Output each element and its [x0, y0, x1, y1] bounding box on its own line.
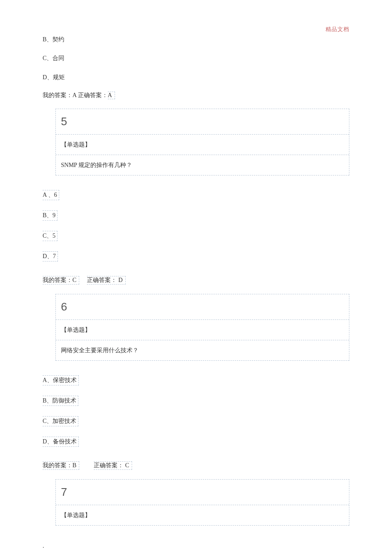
q6-option-c: C、加密技术 — [43, 416, 78, 426]
q5-option-c: C、5 — [43, 231, 58, 241]
q6-option-a: A、保密技术 — [43, 375, 79, 385]
correct-answer-label: 正确答案： — [78, 92, 108, 98]
q4-option-d: D、规矩 — [43, 73, 349, 82]
q4-answer: 我的答案：A 正确答案： A — [43, 92, 349, 99]
my-answer-label: 我的答案： — [43, 92, 72, 98]
question-type: 【单选题】 — [61, 512, 91, 518]
question-number: 5 — [61, 115, 67, 128]
q6-option-d: D、备份技术 — [43, 437, 79, 447]
correct-answer-value: A — [108, 92, 115, 99]
question-5-box: 5 【单选题】 SNMP 规定的操作有几种？ — [55, 109, 349, 175]
question-text: 网络安全主要采用什么技术？ — [61, 347, 138, 354]
q4-option-c: C、合同 — [43, 54, 349, 63]
q5-answer: 我的答案：C正确答案： D — [43, 276, 349, 285]
question-6-box: 6 【单选题】 网络安全主要采用什么技术？ — [55, 294, 349, 361]
question-text: SNMP 规定的操作有几种？ — [61, 162, 132, 168]
question-7-box: 7 【单选题】 — [55, 479, 349, 526]
q5-option-d: D、7 — [43, 251, 58, 262]
question-type: 【单选题】 — [61, 327, 91, 333]
my-answer: 我的答案：C — [43, 276, 79, 285]
question-number: 6 — [61, 300, 67, 313]
q5-option-b: B、9 — [43, 210, 58, 221]
footer-dot: . — [43, 543, 349, 549]
header-watermark: 精品文档 — [326, 26, 349, 33]
my-answer-value: A — [72, 92, 76, 98]
q6-option-b: B、防御技术 — [43, 396, 78, 406]
q6-answer: 我的答案：B正确答案： C — [43, 461, 349, 470]
question-type: 【单选题】 — [61, 141, 91, 148]
correct-answer: 正确答案： D — [87, 276, 126, 285]
correct-answer: 正确答案： C — [94, 461, 132, 470]
q4-option-b: B、契约 — [43, 35, 349, 44]
my-answer: 我的答案：B — [43, 461, 79, 470]
q5-option-a: A 、6 — [43, 190, 59, 200]
question-number: 7 — [61, 486, 67, 498]
